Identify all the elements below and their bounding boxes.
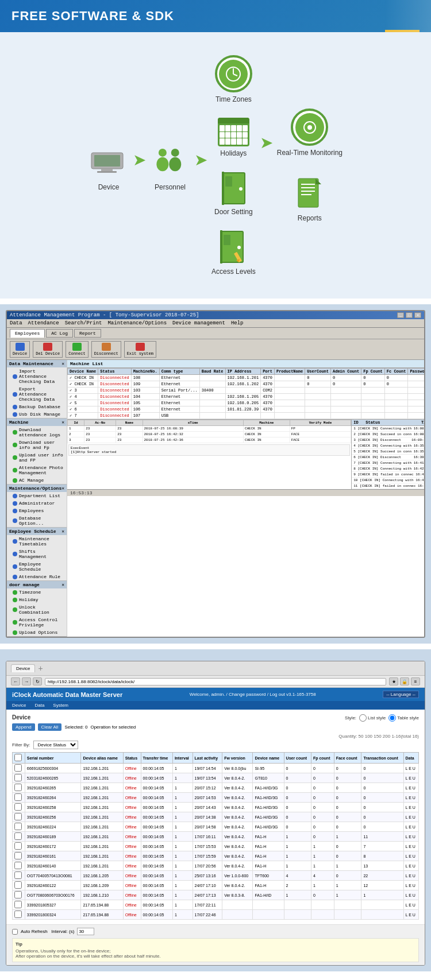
machine-row-2[interactable]: ✓ CHECK IN Disconnected 109 Ethernet 192… bbox=[68, 381, 425, 388]
machine-row-6[interactable]: ✓ 6 Disconnected 106 Ethernet 101.81.228… bbox=[68, 406, 425, 413]
del-device-btn[interactable]: Del Device bbox=[33, 341, 63, 358]
table-style-option[interactable]: Table style bbox=[388, 714, 419, 722]
trans-row-2[interactable]: 2 23 23 2018-07-25 16:42:32 CHECK IN FAC… bbox=[68, 432, 351, 437]
sidebar-holiday[interactable]: Holiday bbox=[7, 596, 67, 603]
sidebar-export[interactable]: Export Attendance Checking Data bbox=[7, 385, 67, 403]
disconnect-btn[interactable]: Disconnect bbox=[91, 341, 121, 358]
web-device-row[interactable]: 3399201800324217.65.194.88Offline00:00:1… bbox=[13, 910, 419, 920]
close-btn[interactable]: ✕ bbox=[414, 312, 421, 318]
win-controls[interactable]: _ □ ✕ bbox=[397, 312, 421, 318]
filter-select[interactable]: Device Status bbox=[33, 741, 78, 749]
web-device-row[interactable]: 3929182460189192.168.1.201Offline00:00:1… bbox=[13, 832, 419, 842]
sidebar-upload-user[interactable]: Upload user info and FP bbox=[7, 451, 67, 464]
sidebar-header-machine[interactable]: Machine ✕ bbox=[7, 419, 67, 426]
back-btn[interactable]: ← bbox=[11, 677, 20, 685]
clear-all-btn[interactable]: Clear All bbox=[38, 723, 62, 731]
machine-row-5[interactable]: ✓ 5 Disconnected 105 Ethernet 192.168.0.… bbox=[68, 400, 425, 406]
sidebar-db-opts[interactable]: Database Option... bbox=[7, 514, 67, 527]
web-device-row[interactable]: 3929182460265192.168.1.201Offline00:00:1… bbox=[13, 783, 419, 793]
row-checkbox[interactable] bbox=[14, 803, 22, 811]
row-checkbox[interactable] bbox=[14, 862, 22, 869]
row-checkbox[interactable] bbox=[14, 764, 22, 772]
tab-employees[interactable]: Employees bbox=[10, 329, 45, 338]
machine-row-1[interactable]: ✓ CHECK IN Disconnected 108 Ethernet 192… bbox=[68, 375, 425, 381]
web-device-row[interactable]: 3929182460161192.168.1.201Offline00:00:1… bbox=[13, 851, 419, 861]
row-checkbox[interactable] bbox=[14, 881, 22, 889]
menu-data[interactable]: Data bbox=[10, 320, 22, 326]
sidebar-timetables[interactable]: Maintenance Timetables bbox=[7, 535, 67, 548]
forward-btn[interactable]: → bbox=[22, 677, 31, 685]
auto-refresh-checkbox[interactable] bbox=[12, 929, 18, 935]
sidebar-upload-opts[interactable]: Upload Options bbox=[7, 629, 67, 636]
nav-system[interactable]: System bbox=[53, 703, 68, 708]
menu-btn[interactable]: ≡ bbox=[411, 677, 420, 685]
sidebar-import[interactable]: Import Attendance Checking Data bbox=[7, 367, 67, 385]
web-device-row[interactable]: 3929182460264192.168.1.201Offline00:00:1… bbox=[13, 793, 419, 803]
sidebar-dept[interactable]: Department List bbox=[7, 492, 67, 499]
machine-table-container[interactable]: Device Name Status MachineNo. Comm type … bbox=[67, 368, 425, 419]
address-bar[interactable]: http://192.168.1.88:8082/iclock/data/icl… bbox=[45, 678, 386, 685]
row-checkbox[interactable] bbox=[14, 852, 22, 859]
trans-row-1[interactable]: 1 23 23 2018-07-25 16:08:39 CHECK IN FP bbox=[68, 426, 351, 432]
nav-device[interactable]: Device bbox=[12, 703, 26, 708]
connect-btn[interactable]: Connect bbox=[66, 341, 88, 358]
star-btn[interactable]: ★ bbox=[389, 677, 398, 685]
web-device-row[interactable]: 3929182460224192.168.1.201Offline00:00:1… bbox=[13, 822, 419, 832]
web-device-row[interactable]: OGT70800606703O00176192.168.1.210Offline… bbox=[13, 890, 419, 900]
web-device-row[interactable]: 3399201805327217.65.194.88Offline00:00:1… bbox=[13, 900, 419, 910]
menu-maintenance[interactable]: Maintenance/Options bbox=[107, 320, 167, 326]
machine-row-3[interactable]: ✓ 3 Disconnected 103 Serial Port/... 384… bbox=[68, 388, 425, 394]
tab-report[interactable]: Report bbox=[74, 329, 101, 338]
web-device-row[interactable]: 3929182460122192.168.1.209Offline00:00:1… bbox=[13, 881, 419, 890]
trans-row-3[interactable]: 3 23 23 2018-07-25 16:42:36 CHECK IN FAC… bbox=[68, 437, 351, 443]
device-table-container[interactable]: Serial number Device alias name Status T… bbox=[12, 752, 419, 920]
row-checkbox[interactable] bbox=[14, 793, 22, 801]
refresh-interval-input[interactable] bbox=[77, 928, 94, 935]
new-tab-btn[interactable]: + bbox=[38, 664, 43, 673]
list-style-option[interactable]: List style bbox=[359, 714, 386, 722]
row-checkbox[interactable] bbox=[14, 774, 22, 781]
web-device-row[interactable]: 66691825600304192.168.1.201Offline00:00:… bbox=[13, 764, 419, 773]
tab-aclog[interactable]: AC Log bbox=[46, 329, 73, 338]
sidebar-emp-sched[interactable]: Employee Schedule bbox=[7, 560, 67, 573]
exit-system-btn[interactable]: Exit system bbox=[124, 341, 156, 358]
log-scroll[interactable]: 1 [CHECK IN] Connecting with 16:08:40 07… bbox=[352, 426, 425, 489]
sidebar-ac-manage[interactable]: AC Manage bbox=[7, 477, 67, 484]
row-checkbox[interactable] bbox=[14, 901, 22, 908]
web-device-row[interactable]: OGT70400570413O0081192.168.1.205Offline0… bbox=[13, 871, 419, 881]
sidebar-access-priv[interactable]: Access Control Privilege bbox=[7, 616, 67, 629]
sidebar-shifts[interactable]: Shifts Management bbox=[7, 548, 67, 560]
row-checkbox[interactable] bbox=[14, 911, 22, 918]
row-checkbox[interactable] bbox=[14, 823, 22, 830]
sidebar-download-user[interactable]: Download user info and Fp bbox=[7, 439, 67, 451]
web-device-row[interactable]: 3929182460258192.168.1.201Offline00:00:1… bbox=[13, 803, 419, 812]
row-checkbox[interactable] bbox=[14, 813, 22, 820]
language-btn[interactable]: -- Language -- bbox=[383, 691, 419, 698]
machine-row-7[interactable]: ✓ 7 Disconnected 107 USB bbox=[68, 413, 425, 419]
sidebar-backup[interactable]: Backup Database bbox=[7, 403, 67, 410]
machine-row-4[interactable]: ✓ 4 Disconnected 104 Ethernet 192.168.1.… bbox=[68, 394, 425, 400]
browser-tab[interactable]: Device bbox=[11, 664, 35, 672]
web-device-row[interactable]: 3929182460256192.168.1.201Offline00:00:1… bbox=[13, 812, 419, 822]
menu-search[interactable]: Search/Print bbox=[65, 320, 102, 326]
menu-device-mgmt[interactable]: Device management bbox=[172, 320, 225, 326]
sidebar-download-logs[interactable]: Download attendance logs bbox=[7, 426, 67, 439]
row-checkbox[interactable] bbox=[14, 784, 22, 791]
sidebar-photo[interactable]: Attendance Photo Management bbox=[7, 464, 67, 477]
list-style-radio[interactable] bbox=[359, 714, 367, 722]
append-btn[interactable]: Append bbox=[12, 723, 35, 731]
nav-data[interactable]: Data bbox=[34, 703, 44, 708]
minimize-btn[interactable]: _ bbox=[397, 312, 404, 318]
device-tool-btn[interactable]: Device bbox=[10, 341, 30, 358]
row-checkbox[interactable] bbox=[14, 832, 22, 840]
select-all-checkbox[interactable] bbox=[14, 754, 22, 761]
web-device-row[interactable]: 3929182460140192.168.1.201Offline00:00:1… bbox=[13, 861, 419, 871]
web-device-row[interactable]: 52031824600265192.168.1.201Offline00:00:… bbox=[13, 773, 419, 783]
sidebar-header-door[interactable]: door manage ✕ bbox=[7, 581, 67, 588]
sidebar-header-sched[interactable]: Employee Schedule ✕ bbox=[7, 528, 67, 535]
table-style-radio[interactable] bbox=[388, 714, 396, 722]
refresh-btn[interactable]: ↻ bbox=[33, 677, 42, 685]
sidebar-att-rule[interactable]: Attendance Rule bbox=[7, 573, 67, 580]
sidebar-timezone[interactable]: Timezone bbox=[7, 588, 67, 596]
sidebar-employees[interactable]: Employees bbox=[7, 507, 67, 514]
